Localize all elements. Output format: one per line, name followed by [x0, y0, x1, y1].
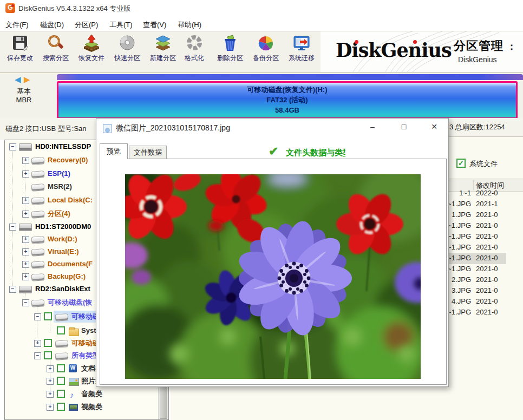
- file-date: 2021-0: [476, 243, 498, 251]
- disk-icon: [19, 286, 32, 293]
- menu-file[interactable]: 文件(F): [3, 19, 31, 31]
- menu-help[interactable]: 帮助(H): [175, 19, 204, 31]
- toolbar-label: 快速分区: [109, 54, 145, 63]
- logo-dot-icon: [413, 40, 417, 44]
- expand-icon[interactable]: +: [22, 170, 29, 178]
- partition-icon: [32, 274, 44, 281]
- folder-icon: [69, 329, 79, 336]
- expand-icon[interactable]: +: [34, 340, 41, 347]
- quick-partition-button[interactable]: 快速分区: [109, 34, 145, 71]
- tab-preview[interactable]: 预览: [100, 143, 128, 159]
- product-subtitle: DiskGenius: [458, 55, 497, 64]
- partition-icon: [32, 261, 44, 268]
- preview-dialog: 微信图片_2021031015170817.jpg – □ ✕ 预览 文件数据 …: [96, 118, 449, 387]
- close-button[interactable]: ✕: [422, 119, 447, 136]
- photo-icon: [69, 378, 79, 386]
- file-date: 2021-0: [476, 297, 498, 305]
- expand-icon[interactable]: +: [22, 273, 29, 280]
- toolbar-label: 格式化: [179, 54, 210, 63]
- disk-scheme-label: MBR: [8, 96, 40, 104]
- delete-partition-button[interactable]: 删除分区: [212, 34, 248, 71]
- expand-icon[interactable]: +: [47, 365, 54, 372]
- tree-checkbox[interactable]: [57, 377, 65, 385]
- expand-icon[interactable]: +: [47, 404, 54, 411]
- file-date: 2021-0: [476, 286, 498, 294]
- toolbar: 保存更改 搜索分区 恢复文件: [0, 31, 523, 73]
- system-migration-button[interactable]: 系统迁移: [284, 34, 319, 71]
- expand-icon[interactable]: +: [22, 248, 29, 255]
- expand-icon[interactable]: +: [22, 236, 29, 243]
- product-name: 分区管理: [454, 38, 504, 54]
- music-note-icon: ♪: [70, 389, 74, 401]
- film-icon: [69, 404, 78, 411]
- search-partition-button[interactable]: 搜索分区: [38, 34, 74, 71]
- menu-view[interactable]: 查看(V): [141, 19, 168, 31]
- minimize-button[interactable]: –: [360, 119, 385, 136]
- collapse-icon[interactable]: −: [34, 313, 41, 320]
- maximize-button[interactable]: □: [391, 119, 416, 136]
- next-disk-icon[interactable]: ▶: [24, 75, 30, 84]
- partition-fs: FAT32 (活动): [58, 95, 516, 105]
- file-date: 2021-0: [476, 232, 498, 240]
- collapse-icon[interactable]: −: [22, 299, 29, 306]
- partition-icon: [56, 340, 68, 347]
- partition-icon: [56, 314, 68, 321]
- collapse-icon[interactable]: −: [9, 143, 16, 150]
- file-date: 2021-0: [476, 265, 498, 273]
- tree-checkbox[interactable]: [44, 312, 52, 320]
- disk-info-text: 磁盘2 接口:USB 型号:San: [5, 124, 87, 134]
- new-partition-button[interactable]: 新建分区: [145, 34, 181, 71]
- system-migration-icon: [284, 34, 319, 53]
- expand-icon[interactable]: +: [22, 261, 29, 268]
- menu-partition[interactable]: 分区(P): [73, 19, 100, 31]
- system-files-label: 系统文件: [469, 159, 498, 169]
- expand-icon[interactable]: +: [22, 157, 29, 164]
- product-tail: ：: [507, 40, 517, 53]
- file-date: 2021-0: [476, 221, 498, 229]
- menu-tools[interactable]: 工具(T): [107, 19, 135, 31]
- file-date: 2021-0: [476, 308, 498, 316]
- expand-icon[interactable]: +: [47, 391, 54, 398]
- tab-file-data[interactable]: 文件数据: [129, 146, 167, 159]
- partition-icon: [32, 249, 44, 256]
- tree-checkbox[interactable]: [57, 326, 65, 334]
- system-files-checkbox[interactable]: ✓: [456, 159, 466, 168]
- tree-line: [25, 160, 26, 214]
- partition-bar[interactable]: 可移动磁盘(恢复文件)(H:) FAT32 (活动) 58.4GB: [57, 81, 518, 119]
- delete-partition-icon: [212, 34, 248, 53]
- partition-icon: [32, 184, 44, 191]
- tree-checkbox[interactable]: [57, 403, 65, 411]
- toolbar-label: 新建分区: [145, 54, 181, 63]
- toolbar-label: 备份分区: [248, 54, 284, 63]
- tree-checkbox[interactable]: [57, 364, 65, 372]
- file-date: 2021-0: [476, 254, 498, 262]
- format-button[interactable]: 格式化: [179, 34, 210, 71]
- save-changes-button[interactable]: 保存更改: [2, 34, 38, 71]
- column-divider: [473, 180, 474, 190]
- preview-file-icon: [103, 124, 112, 133]
- tree-checkbox[interactable]: [57, 390, 65, 398]
- partition-name: 可移动磁盘(恢复文件)(H:): [58, 84, 516, 95]
- toolbar-label: 删除分区: [212, 54, 248, 63]
- collapse-icon[interactable]: −: [34, 352, 41, 359]
- collapse-icon[interactable]: −: [9, 224, 16, 231]
- backup-partition-button[interactable]: 备份分区: [248, 34, 284, 71]
- collapse-icon[interactable]: −: [9, 286, 16, 293]
- diskgenius-window: G DiskGenius V5.4.3.1322 x64 专业版 文件(F) 磁…: [0, 0, 523, 420]
- partition-icon: [32, 300, 44, 307]
- expand-icon[interactable]: +: [47, 378, 54, 385]
- partition-icon: [32, 198, 44, 205]
- expand-icon[interactable]: +: [22, 211, 29, 218]
- recover-files-button[interactable]: 恢复文件: [74, 34, 109, 71]
- prev-disk-icon[interactable]: ◀: [15, 75, 21, 84]
- tree-line: [12, 147, 13, 289]
- quick-partition-icon: [109, 34, 145, 53]
- file-date: 2022-0: [476, 189, 498, 197]
- tree-checkbox[interactable]: [44, 351, 52, 359]
- flower-photo: [125, 174, 421, 379]
- partition-icon: [32, 158, 44, 165]
- tree-checkbox[interactable]: [44, 339, 52, 347]
- file-date: 2021-0: [476, 211, 498, 219]
- menu-disk[interactable]: 磁盘(D): [38, 19, 66, 31]
- expand-icon[interactable]: +: [22, 197, 29, 204]
